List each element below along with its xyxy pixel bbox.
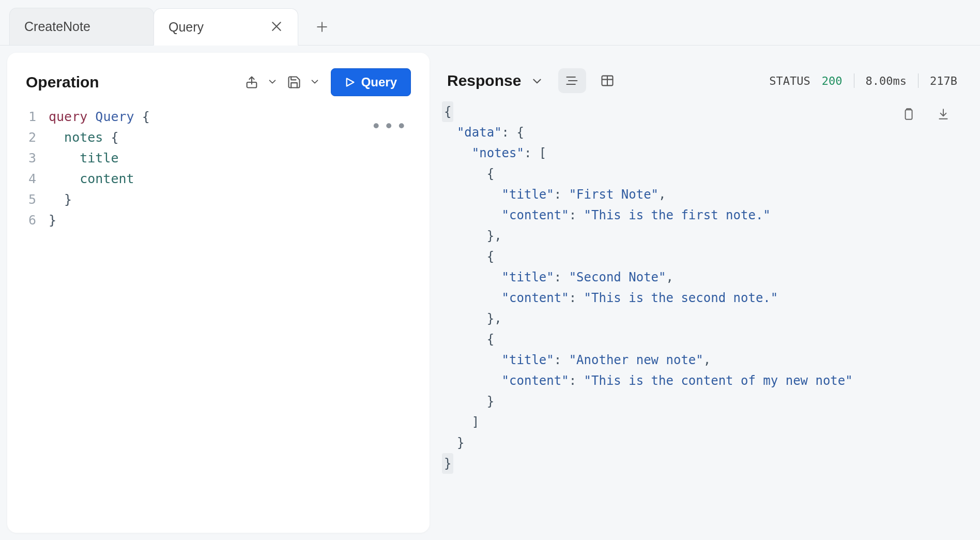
run-query-button[interactable]: Query	[331, 68, 411, 96]
share-icon[interactable]	[243, 73, 261, 91]
operation-header: Operation	[7, 53, 430, 101]
chevron-down-icon[interactable]	[310, 77, 320, 87]
status-code: 200	[822, 74, 843, 87]
tab-createnote[interactable]: CreateNote	[9, 8, 154, 45]
table-view-button[interactable]	[593, 68, 621, 93]
status-label: STATUS	[769, 74, 810, 87]
main-split: Operation	[0, 46, 980, 540]
chevron-down-icon[interactable]	[531, 76, 542, 86]
tab-label: Query	[169, 20, 204, 35]
status-block: STATUS 200 8.00ms 217B	[769, 73, 957, 88]
new-tab-button[interactable]	[309, 14, 335, 40]
response-title: Response	[447, 72, 521, 89]
more-dots-icon[interactable]: •••	[371, 116, 409, 137]
tab-bar: CreateNote Query	[0, 0, 980, 46]
download-icon[interactable]	[935, 106, 952, 123]
response-header: Response STATUS 200 8.00ms	[437, 53, 980, 98]
chevron-down-icon[interactable]	[268, 77, 278, 87]
operation-title: Operation	[26, 73, 236, 91]
response-body[interactable]: { "data": { "notes": [ { "title": "First…	[437, 98, 980, 474]
tab-query[interactable]: Query	[154, 8, 298, 46]
clipboard-icon[interactable]	[899, 106, 917, 123]
close-icon[interactable]	[270, 19, 283, 35]
query-editor[interactable]: 123456 query Query { notes { title conte…	[7, 101, 430, 533]
save-icon[interactable]	[285, 73, 303, 91]
tab-label: CreateNote	[24, 19, 90, 34]
response-size: 217B	[930, 74, 957, 87]
svg-rect-2	[906, 110, 912, 119]
run-button-label: Query	[361, 75, 397, 89]
response-time: 8.00ms	[866, 74, 907, 87]
operation-panel: Operation	[0, 46, 437, 540]
response-panel: Response STATUS 200 8.00ms	[437, 46, 980, 540]
json-view-button[interactable]	[558, 68, 586, 93]
